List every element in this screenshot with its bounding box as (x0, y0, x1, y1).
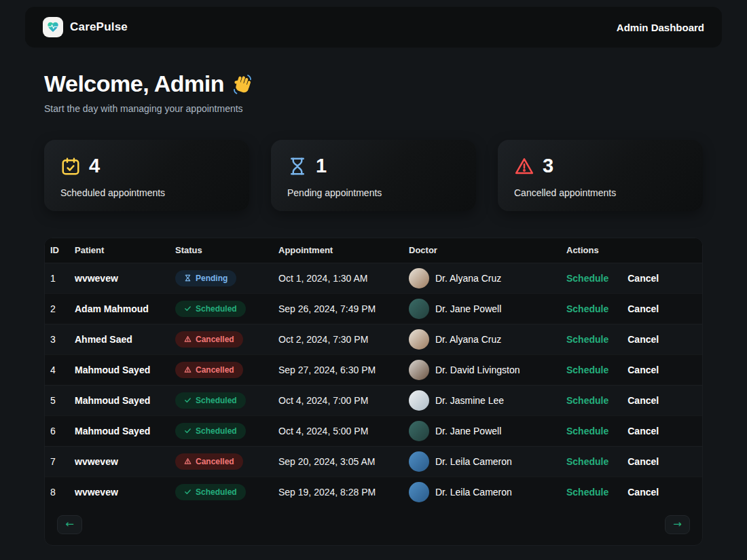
cell-patient: Ahmed Saed (69, 324, 170, 354)
hourglass-icon (287, 156, 308, 176)
status-badge: Cancelled (175, 331, 243, 348)
prev-page-button[interactable]: ← (57, 515, 82, 534)
warning-triangle-icon (514, 156, 534, 176)
pending-label: Pending appointments (287, 187, 460, 198)
page-title-text: Welcome, Admin (44, 71, 224, 97)
cancelled-count: 3 (543, 155, 553, 177)
cell-status: Pending (170, 263, 273, 293)
status-badge: Scheduled (175, 423, 246, 439)
status-badge: Scheduled (175, 484, 246, 500)
cell-id: 8 (45, 477, 69, 507)
pagination: ← → (45, 507, 702, 545)
cell-doctor: Dr. Jane Powell (403, 415, 561, 446)
schedule-button[interactable]: Schedule (566, 395, 608, 406)
col-actions: Actions (561, 238, 702, 263)
cancel-button[interactable]: Cancel (627, 456, 659, 467)
warning-triangle-icon (184, 335, 192, 343)
schedule-button[interactable]: Schedule (566, 334, 608, 345)
carepulse-logo-icon (43, 17, 63, 37)
cell-doctor: Dr. David Livingston (403, 354, 561, 385)
scheduled-count: 4 (89, 155, 100, 177)
cancel-button[interactable]: Cancel (627, 334, 659, 345)
schedule-button[interactable]: Schedule (566, 365, 608, 375)
stat-cards: 4 Scheduled appointments 1 Pending appoi… (44, 140, 703, 211)
cell-actions: Schedule Cancel (561, 446, 702, 477)
doctor-name: Dr. Leila Cameron (435, 456, 512, 467)
schedule-button[interactable]: Schedule (566, 303, 608, 314)
avatar (409, 268, 429, 288)
schedule-button[interactable]: Schedule (566, 273, 608, 284)
next-page-button[interactable]: → (665, 515, 690, 534)
cancelled-label: Cancelled appointments (514, 187, 687, 198)
cancel-button[interactable]: Cancel (627, 426, 659, 436)
cancel-button[interactable]: Cancel (627, 487, 659, 498)
table-row: 2 Adam Mahmoud (45, 293, 702, 324)
scheduled-label: Scheduled appointments (60, 187, 233, 198)
doctor-name: Dr. Leila Cameron (435, 487, 512, 498)
doctor-name: Dr. Jasmine Lee (435, 395, 504, 406)
status-label: Scheduled (196, 396, 237, 405)
table-header-row: ID Patient Status Appointment Doctor Act… (45, 238, 702, 263)
cell-appointment: Sep 19, 2024, 8:28 PM (273, 477, 403, 507)
cell-doctor: Dr. Leila Cameron (403, 446, 561, 477)
cell-patient: Adam Mahmoud (69, 293, 170, 324)
table-row: 7 wvwevew (45, 446, 702, 477)
main-content: Welcome, Admin Start the day with man (44, 71, 703, 546)
cell-doctor: Dr. Jasmine Lee (403, 385, 561, 415)
cancel-button[interactable]: Cancel (627, 273, 659, 284)
cell-actions: Schedule Cancel (561, 415, 702, 446)
doctor-name: Dr. Alyana Cruz (435, 273, 501, 284)
schedule-button[interactable]: Schedule (566, 426, 608, 436)
status-label: Scheduled (196, 487, 237, 497)
cell-actions: Schedule Cancel (561, 385, 702, 415)
cancel-button[interactable]: Cancel (627, 395, 659, 406)
avatar (409, 482, 429, 502)
status-badge: Scheduled (175, 301, 246, 317)
avatar (409, 390, 429, 411)
stat-card-cancelled: 3 Cancelled appointments (498, 140, 703, 211)
cell-appointment: Oct 4, 2024, 7:00 PM (273, 385, 403, 415)
cell-id: 7 (45, 446, 69, 477)
warning-triangle-icon (184, 366, 192, 373)
col-doctor: Doctor (403, 238, 561, 263)
app-header: CarePulse Admin Dashboard (25, 7, 722, 48)
col-id: ID (45, 238, 69, 263)
cell-actions: Schedule Cancel (561, 293, 702, 324)
cancel-button[interactable]: Cancel (627, 303, 659, 314)
cell-status: Cancelled (170, 324, 273, 354)
col-patient: Patient (69, 238, 170, 263)
cell-doctor: Dr. Alyana Cruz (403, 324, 561, 354)
warning-triangle-icon (184, 458, 192, 465)
appointments-table-card: ID Patient Status Appointment Doctor Act… (44, 238, 703, 546)
appointments-table-body: 1 wvwevew (45, 263, 702, 507)
schedule-button[interactable]: Schedule (566, 487, 608, 498)
brand-logo[interactable]: CarePulse (43, 17, 128, 37)
avatar (409, 451, 429, 472)
status-label: Pending (196, 274, 227, 283)
cell-patient: Mahmoud Sayed (69, 415, 170, 446)
cell-patient: wvwevew (69, 477, 170, 507)
welcome-section: Welcome, Admin Start the day with man (44, 71, 703, 114)
avatar (409, 421, 429, 441)
doctor-name: Dr. David Livingston (435, 365, 520, 375)
cell-id: 3 (45, 324, 69, 354)
cell-patient: Mahmoud Sayed (69, 385, 170, 415)
doctor-name: Dr. Alyana Cruz (435, 334, 501, 345)
cell-doctor: Dr. Alyana Cruz (403, 263, 561, 293)
schedule-button[interactable]: Schedule (566, 456, 608, 467)
cell-doctor: Dr. Jane Powell (403, 293, 561, 324)
hourglass-icon (184, 274, 192, 282)
status-badge: Scheduled (175, 392, 246, 409)
table-row: 3 Ahmed Saed (45, 324, 702, 354)
cell-status: Scheduled (170, 385, 273, 415)
cell-id: 4 (45, 354, 69, 385)
cell-status: Cancelled (170, 354, 273, 385)
cancel-button[interactable]: Cancel (627, 365, 659, 375)
doctor-name: Dr. Jane Powell (435, 426, 501, 436)
cell-actions: Schedule Cancel (561, 324, 702, 354)
appointments-table: ID Patient Status Appointment Doctor Act… (45, 238, 702, 507)
status-label: Scheduled (196, 426, 237, 436)
cell-appointment: Oct 2, 2024, 7:30 PM (273, 324, 403, 354)
nav-admin-dashboard[interactable]: Admin Dashboard (617, 22, 704, 33)
status-label: Cancelled (196, 457, 234, 466)
